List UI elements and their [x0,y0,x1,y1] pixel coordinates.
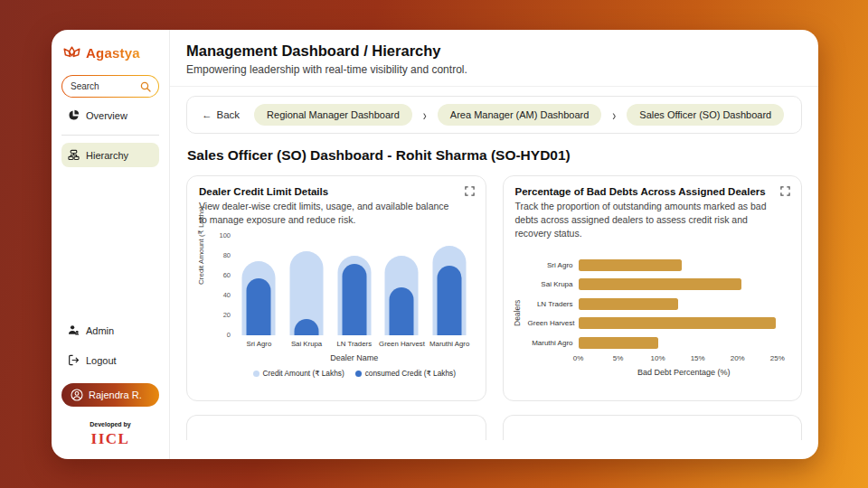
y-axis-tick: 80 [223,251,231,259]
x-axis-tick: 10% [651,354,665,362]
bad-debt-bar-chart: DealersSri AgroSai KrupaLN TradersGreen … [515,256,790,378]
bad-debt-bar [579,278,742,290]
search-icon [140,81,151,92]
sidebar-item-label: Overview [86,110,127,121]
chevron-right-icon: › [612,106,616,124]
card-stub [186,415,486,440]
x-axis-tick: 25% [770,354,785,362]
y-axis-tick: LN Traders [528,300,579,308]
x-axis-track: 0%5%10%15%20%25% [579,354,790,364]
sidebar-item-overview[interactable]: Overview [61,103,159,127]
x-axis-tick: LN Traders [330,340,378,348]
back-button[interactable]: ← Back [198,109,243,120]
consumed-credit-bar [247,278,271,336]
x-axis-tick: Green Harvest [378,340,426,348]
x-axis-tick: 15% [691,354,705,362]
legend-dot [355,371,362,377]
consumed-credit-bar [438,266,462,335]
legend-item: consumed Credit (₹ Lakhs) [355,369,456,378]
card-title: Percentage of Bad Debts Across Assigned … [515,186,790,197]
content: ← Back Regional Manager Dashboard › Area… [170,87,818,459]
breadcrumb: ← Back Regional Manager Dashboard › Area… [186,96,802,134]
breadcrumb-item-regional-manager[interactable]: Regional Manager Dashboard [254,104,412,126]
bar-row: LN Traders [528,295,790,314]
developed-by-label: Developed by [61,421,159,427]
desktop-background: Agastya Overview [0,0,868,488]
x-axis-tick: 5% [613,354,624,362]
sidebar-item-label: Admin [86,325,114,336]
page-header: Management Dashboard / Hierarchy Empower… [170,30,818,87]
card-title: Dealer Credit Limit Details [199,186,474,197]
sidebar-divider [61,135,159,136]
user-name: Rajendra R. [89,389,142,400]
x-axis-tick: Sri Agro [235,340,283,348]
bar-track [579,317,790,329]
bad-debt-bar [579,337,658,349]
consumed-credit-bar [390,287,414,336]
bar-row: Green Harvest [528,314,790,333]
next-cards-row [186,415,802,440]
sidebar-item-logout[interactable]: Logout [61,348,159,372]
hierarchy-icon [68,149,80,161]
expand-icon[interactable] [780,186,790,196]
sidebar-item-label: Logout [86,355,117,366]
bar-track [579,278,790,290]
admin-user-icon [68,324,80,336]
y-axis-tick: Sai Krupa [528,280,579,288]
user-profile-button[interactable]: Rajendra R. [61,383,159,407]
page-title: Management Dashboard / Hierarchy [186,42,802,60]
bad-debt-bar [579,298,678,310]
y-axis-tick: Green Harvest [528,319,579,327]
bar-row: Sai Krupa [528,275,790,295]
brand-name: Agastya [86,45,140,61]
x-axis-tick: 20% [731,354,745,362]
search-box[interactable] [61,75,159,98]
axis-spacer [528,354,579,364]
y-axis-tick: 20 [223,311,231,319]
y-axis-label: Dealers [513,299,522,325]
bad-debt-bar [579,259,683,271]
bar-slot [378,236,426,335]
y-axis-tick: 100 [219,231,231,239]
sidebar-item-admin[interactable]: Admin [61,318,159,343]
agastya-logo-icon [62,44,81,61]
bar-slot [426,236,474,335]
x-axis-label: Dealer Name [235,353,474,362]
chevron-right-icon: › [423,106,427,124]
card-dealer-credit-limit: Dealer Credit Limit Details View dealer-… [186,175,486,401]
x-axis-tick: Maruthi Agro [426,340,474,348]
logout-icon [68,354,80,366]
bar-slots [235,236,474,335]
page-subtitle: Empowering leadership with real-time vis… [186,63,802,76]
pie-chart-icon [68,109,80,121]
section-title: Sales Officer (SO) Dashboard - Rohit Sha… [187,147,801,164]
breadcrumb-item-sales-officer[interactable]: Sales Officer (SO) Dashboard [627,104,784,126]
back-label: Back [217,109,241,120]
bar-slot [235,236,283,335]
x-axis-tick: Sai Krupa [283,340,331,348]
x-axis-labels: Sri AgroSai KrupaLN TradersGreen Harvest… [235,340,474,348]
app-window: Agastya Overview [52,30,818,459]
y-axis-tick: 40 [223,291,231,299]
x-axis-tick: 0% [573,354,584,362]
cards-row: Dealer Credit Limit Details View dealer-… [186,175,802,401]
user-circle-icon [71,389,83,401]
bad-debt-bar [579,317,777,329]
card-stub [503,415,803,440]
legend: Credit Amount (₹ Lakhs)consumed Credit (… [235,369,474,378]
bar-slot [330,236,378,335]
legend-dot [253,371,259,377]
sidebar-item-hierarchy[interactable]: Hierarchy [61,143,159,167]
bar-track [579,259,790,271]
card-description: View dealer-wise credit limits, usage, a… [199,200,454,227]
legend-label: consumed Credit (₹ Lakhs) [365,369,456,378]
sidebar: Agastya Overview [52,30,170,459]
back-arrow-icon: ← [202,109,212,120]
card-bad-debts: Percentage of Bad Debts Across Assigned … [503,175,803,401]
bar-track [579,337,790,349]
plot-area: 020406080100 [235,236,474,335]
card-description: Track the proportion of outstanding amou… [515,200,770,241]
search-input[interactable] [71,81,140,91]
expand-icon[interactable] [465,186,475,196]
breadcrumb-item-area-manager[interactable]: Area Manager (AM) Dashboard [438,104,601,126]
